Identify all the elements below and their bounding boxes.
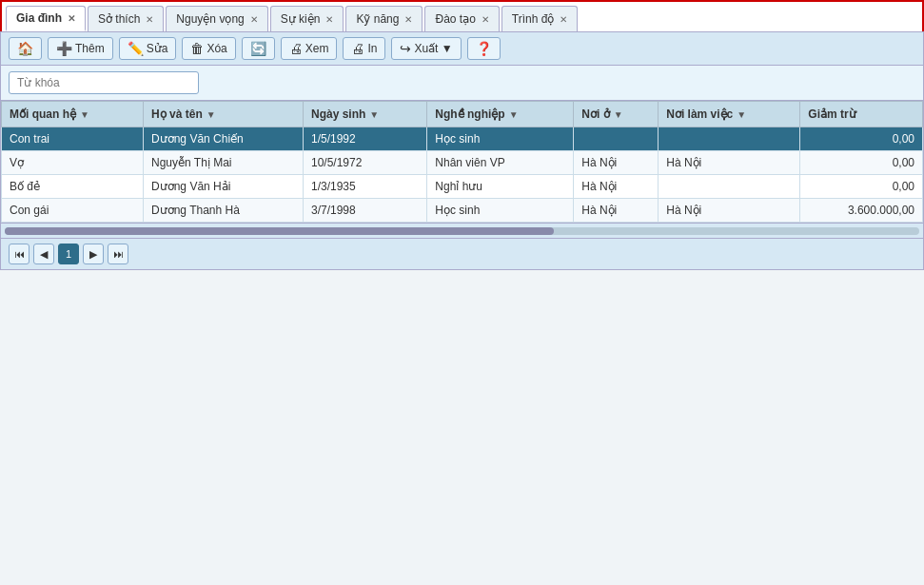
cell-moi-quan-he: Con gái — [2, 199, 144, 223]
cell-noi-lam-viec — [659, 175, 800, 199]
refresh-icon: 🔄 — [250, 41, 266, 56]
tab-so-thich[interactable]: Sở thích✕ — [88, 6, 164, 31]
xem-button[interactable]: 🖨Xem — [281, 37, 338, 60]
main-container: 🏠➕Thêm✏️Sửa🗑Xóa🔄🖨Xem🖨In↪Xuất ▼❓ Mối quan… — [0, 31, 924, 270]
tab-close-icon[interactable]: ✕ — [560, 14, 567, 25]
cell-noi-o: Hà Nội — [574, 175, 659, 199]
col-label-giam-tru: Giảm trừ — [808, 107, 855, 121]
xuat-button[interactable]: ↪Xuất ▼ — [391, 37, 461, 60]
pagination: ⏮◀1▶⏭ — [1, 238, 923, 269]
tab-label: Sự kiện — [281, 12, 321, 26]
table-row[interactable]: VợNguyễn Thị Mai10/5/1972Nhân viên VPHà … — [2, 151, 923, 175]
cell-moi-quan-he: Vợ — [2, 151, 144, 175]
cell-ho-va-ten: Dương Văn Hải — [144, 175, 304, 199]
page-btn-4[interactable]: ⏭ — [108, 244, 128, 264]
tab-label: Gia đình — [16, 11, 62, 25]
refresh-button[interactable]: 🔄 — [242, 37, 275, 60]
tab-nguyen-vong[interactable]: Nguyện vọng✕ — [166, 6, 267, 31]
cell-ho-va-ten: Dương Thanh Hà — [144, 199, 304, 223]
col-header-moi-quan-he: Mối quan hệ▼ — [2, 102, 144, 127]
xem-icon: 🖨 — [289, 41, 303, 56]
home-icon: 🏠 — [17, 41, 33, 56]
tab-close-icon[interactable]: ✕ — [250, 14, 258, 25]
filter-icon-ho-va-ten[interactable]: ▼ — [206, 109, 216, 120]
filter-icon-moi-quan-he[interactable]: ▼ — [80, 109, 89, 120]
col-header-ngay-sinh: Ngày sinh▼ — [303, 102, 426, 127]
tab-label: Trình độ — [512, 12, 555, 26]
col-label-ho-va-ten: Họ và tên — [151, 107, 203, 121]
sua-label: Sửa — [147, 42, 168, 55]
cell-nghe-nghiep: Nhân viên VP — [427, 151, 574, 175]
cell-ngay-sinh: 10/5/1972 — [303, 151, 426, 175]
table-row[interactable]: Bố đẻDương Văn Hải1/3/1935Nghỉ hưuHà Nội… — [2, 175, 923, 199]
search-input[interactable] — [9, 71, 199, 94]
col-header-noi-o: Nơi ở▼ — [574, 102, 659, 127]
cell-ho-va-ten: Nguyễn Thị Mai — [144, 151, 304, 175]
cell-noi-lam-viec: Hà Nội — [659, 199, 800, 223]
in-icon: 🖨 — [351, 41, 364, 56]
col-label-noi-o: Nơi ở — [581, 107, 609, 121]
tab-close-icon[interactable]: ✕ — [146, 14, 153, 25]
filter-icon-noi-lam-viec[interactable]: ▼ — [737, 109, 746, 120]
tab-close-icon[interactable]: ✕ — [404, 14, 412, 25]
cell-ho-va-ten: Dương Văn Chiến — [144, 127, 304, 151]
tab-label: Đào tạo — [435, 12, 475, 26]
page-btn-1[interactable]: ◀ — [33, 244, 54, 264]
xuat-icon: ↪ — [400, 41, 411, 56]
toolbar: 🏠➕Thêm✏️Sửa🗑Xóa🔄🖨Xem🖨In↪Xuất ▼❓ — [1, 32, 923, 66]
col-header-noi-lam-viec: Nơi làm việc▼ — [659, 102, 800, 127]
filter-icon-nghe-nghiep[interactable]: ▼ — [509, 109, 519, 120]
cell-giam-tru: 0,00 — [800, 175, 923, 199]
scroll-thumb — [5, 227, 554, 235]
cell-noi-lam-viec: Hà Nội — [659, 151, 800, 175]
cell-moi-quan-he: Bố đẻ — [2, 175, 144, 199]
cell-nghe-nghiep: Học sinh — [427, 199, 574, 223]
table-row[interactable]: Con gáiDương Thanh Hà3/7/1998Học sinhHà … — [2, 199, 923, 223]
sua-icon: ✏️ — [128, 41, 144, 56]
tab-ky-nang[interactable]: Kỹ năng✕ — [345, 6, 423, 31]
cell-ngay-sinh: 1/3/1935 — [303, 175, 426, 199]
cell-moi-quan-he: Con trai — [2, 127, 144, 151]
col-header-giam-tru: Giảm trừ — [800, 102, 923, 127]
tab-close-icon[interactable]: ✕ — [68, 13, 75, 24]
col-label-nghe-nghiep: Nghề nghiệp — [435, 107, 504, 121]
page-btn-2[interactable]: 1 — [58, 244, 79, 264]
cell-ngay-sinh: 3/7/1998 — [303, 199, 426, 223]
table-row[interactable]: Con traiDương Văn Chiến1/5/1992Học sinh0… — [2, 127, 923, 151]
tab-close-icon[interactable]: ✕ — [482, 14, 489, 25]
page-btn-0[interactable]: ⏮ — [9, 244, 29, 264]
col-label-ngay-sinh: Ngày sinh — [311, 107, 365, 121]
page-btn-3[interactable]: ▶ — [83, 244, 104, 264]
tab-gia-dinh[interactable]: Gia đình✕ — [6, 6, 86, 31]
tab-su-kien[interactable]: Sự kiện✕ — [270, 6, 344, 31]
col-label-moi-quan-he: Mối quan hệ — [10, 107, 76, 121]
xoa-label: Xóa — [206, 42, 226, 55]
cell-noi-o: Hà Nội — [574, 199, 659, 223]
cell-nghe-nghiep: Học sinh — [427, 127, 574, 151]
them-button[interactable]: ➕Thêm — [48, 37, 113, 60]
help-button[interactable]: ❓ — [467, 37, 501, 60]
col-header-nghe-nghiep: Nghề nghiệp▼ — [427, 102, 574, 127]
xoa-icon: 🗑 — [190, 41, 204, 56]
tab-dao-tao[interactable]: Đào tạo✕ — [424, 6, 499, 31]
tab-trinh-do[interactable]: Trình độ✕ — [501, 6, 579, 31]
cell-giam-tru: 0,00 — [800, 151, 923, 175]
them-icon: ➕ — [56, 41, 72, 56]
bottom-scrollbar[interactable] — [1, 223, 923, 238]
xoa-button[interactable]: 🗑Xóa — [182, 37, 235, 60]
cell-noi-o — [574, 127, 659, 151]
sua-button[interactable]: ✏️Sửa — [119, 37, 177, 60]
tab-bar: Gia đình✕Sở thích✕Nguyện vọng✕Sự kiện✕Kỹ… — [0, 0, 924, 31]
tab-close-icon[interactable]: ✕ — [325, 14, 333, 25]
home-button[interactable]: 🏠 — [9, 37, 42, 60]
table-wrapper: Mối quan hệ▼Họ và tên▼Ngày sinh▼Nghề ngh… — [1, 101, 923, 223]
xuat-label: Xuất ▼ — [414, 42, 452, 55]
filter-icon-ngay-sinh[interactable]: ▼ — [369, 109, 379, 120]
filter-icon-noi-o[interactable]: ▼ — [614, 109, 623, 120]
in-button[interactable]: 🖨In — [343, 37, 385, 60]
scroll-track — [5, 227, 919, 235]
help-icon: ❓ — [476, 41, 492, 56]
data-table: Mối quan hệ▼Họ và tên▼Ngày sinh▼Nghề ngh… — [1, 101, 923, 223]
cell-giam-tru: 3.600.000,00 — [800, 199, 923, 223]
cell-nghe-nghiep: Nghỉ hưu — [427, 175, 574, 199]
